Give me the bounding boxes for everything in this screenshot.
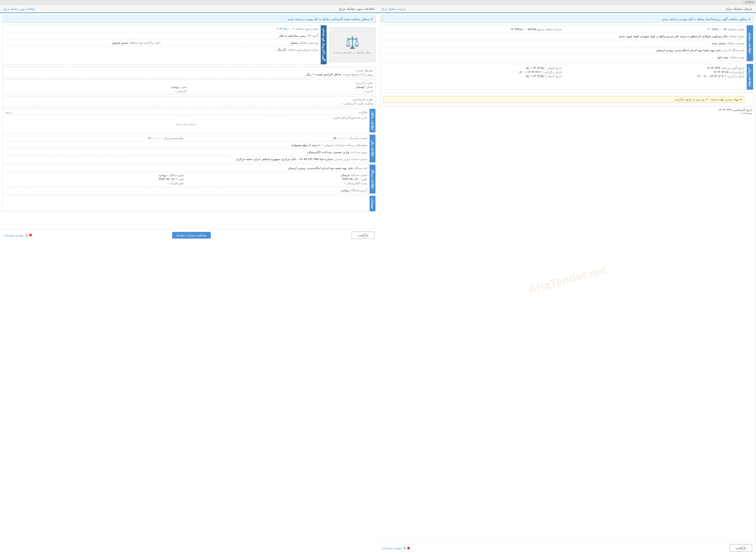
ad-section-sidebar: آگهی الکترونیک قوه قضائیه xyxy=(321,25,326,64)
gavel-icon: ⚖️ xyxy=(345,36,360,50)
dev-name: نام دستگاه: دفتر تهیه شعبه دوم اجرای احک… xyxy=(5,166,367,170)
time-field-publish1: تاریخ انتشار ۱: ۱۴۰۳/۱/۵-۱۵:۰۰ xyxy=(383,66,562,69)
time-field-ad: تاریخ آگهی روزنامه: ۱۴۰۳/۰۳/۲۷ xyxy=(566,66,744,69)
notes-section: توضیحات xyxy=(2,196,376,212)
device-content: نام دستگاه: دفتر تهیه شعبه دوم اجرای احک… xyxy=(3,165,370,193)
ad-field-4: میزان فروش مورد معامله: کل مال xyxy=(5,48,318,51)
transaction-agency: نام دستگاه اجرایی: دفتر تهیه شعبه دوم اج… xyxy=(383,49,744,52)
ad-field-1: گروه کالا: زمین، ساختمان و عقار xyxy=(5,34,318,37)
time-sidebar-label: اطلاعات زمانی xyxy=(747,64,753,90)
owner-name-label: نام و نام خانوادگی/نام تجاری: xyxy=(5,116,367,119)
page-wrapper: ۱۴:۳۷:۵ جزئیات معامله حراج جزئیات معامله… xyxy=(0,0,756,554)
payment-note-section: ● مهلت واریز بهای مزایده ۳۰ روز پس از تا… xyxy=(380,92,753,107)
karshenasi-date-row: تاریخ کارشناسی: ۱۴۰۳/۰۳/۲۹ توضیحات: xyxy=(381,108,752,115)
location-city: شهر: بروجرد xyxy=(5,85,187,89)
right-footer: بازگشت مشاهده جزئیات معامله 📎 پیوست مستن… xyxy=(0,229,378,241)
right-notice-bar: ℹ بمنظور مشاهده نقشه کارشناسی معامله به … xyxy=(2,15,376,23)
device-section: اطلاعات دستگاه نام دستگاه: دفتر تهیه شعب… xyxy=(2,164,376,194)
fin-base-price: قیمت پایه/ریال: ۶۵۰,۰۰۰,۰۰۰ xyxy=(188,136,368,140)
financial-sidebar: اطلاعات مالی xyxy=(370,135,375,162)
location-state: استان: لوستان xyxy=(191,85,373,89)
top-bar: ۱۴:۳۷:۵ xyxy=(742,0,756,4)
right-panel: اطلاعات مورد معامله حراج اطلاعات مورد مع… xyxy=(0,5,378,554)
price-title: پیشنهاد قیمت: xyxy=(5,69,373,72)
transaction-sidebar-label: اطلاعات معامله xyxy=(747,25,753,61)
location-postal: کدپستی: - xyxy=(5,89,187,93)
fin-source: منابع قابل پرداخت مشارکت فروش: ۱۰۰ درصد … xyxy=(5,144,367,147)
time-field-hold2: تاریخ برگزاری ۲: ۱۴۰۳/۰۶/۰۴-۰۸:۰۰ - ۱۲ xyxy=(566,74,744,78)
karshenasi-note: توضیحات: xyxy=(381,111,752,115)
owners-sidebar: اطلاعات مالکان xyxy=(370,109,375,132)
ad-field-0: شماره مورد معامله: ۳۰۳۲۱۷۵۰۰۰۰۷ xyxy=(5,27,318,30)
property-image: ⚖️ پیش نمایش در دسترس نیست xyxy=(329,27,376,62)
dev-state: استان دستگاه: لرستان xyxy=(188,173,368,177)
notes-content xyxy=(3,196,370,211)
owners-content: مالکیت ردیف نام و نام خانوادگی/نام تجاری… xyxy=(3,109,370,132)
notes-sidebar: توضیحات xyxy=(370,196,375,211)
no-preview-text: پیش نمایش در دسترس نیست xyxy=(334,51,370,54)
financial-content: قیمت پایه/ریال: ۶۵۰,۰۰۰,۰۰۰ مبلغ تضمین/ر… xyxy=(3,135,370,162)
time-display: ۱۴:۳۷:۵ xyxy=(745,1,754,4)
view-details-button[interactable]: مشاهده جزئیات معامله xyxy=(172,232,211,238)
bullet-icon: ● xyxy=(740,98,742,101)
transaction-subject: عنوان معامله: ملک مسکونی فوقانیه ای متعل… xyxy=(383,35,744,38)
device-sidebar: اطلاعات دستگاه xyxy=(370,165,375,193)
price-section: پیشنهاد قیمت: روش ارائه پیشنهاد قیمت: حد… xyxy=(2,67,376,78)
financial-section: اطلاعات مالی قیمت پایه/ریال: ۶۵۰,۰۰۰,۰۰۰… xyxy=(2,134,376,163)
ad-info-block: آگهی الکترونیک قوه قضائیه شماره مورد معا… xyxy=(2,25,327,65)
transaction-info-section: اطلاعات معامله شماره معامله: ۳۰۰۳۵۷۵۰۰۰۰… xyxy=(380,25,753,61)
ad-field-3: دلیل برگزاری مورد معامله: صدور فروش xyxy=(5,41,161,44)
karshenasi-date: تاریخ کارشناسی: ۱۴۰۳/۰۳/۲۹ xyxy=(381,108,752,111)
right-back-button[interactable]: بازگشت xyxy=(352,232,375,239)
docs-red-dot xyxy=(407,547,410,549)
right-docs-icon: 📎 xyxy=(25,234,28,237)
ad-section-content: شماره مورد معامله: ۳۰۳۲۱۷۵۰۰۰۰۷ گروه کال… xyxy=(3,25,321,64)
dev-tel2: تلفن ۲: ۰۶۶-۴۲۳۳۰۳۲ xyxy=(5,177,184,181)
karshenasi-title: نظریه کارشناسی: xyxy=(5,98,373,101)
dev-tel1: تلفن ۱: ۰۶۶-۴۲۳۳۰۳۲ xyxy=(188,177,368,181)
left-back-button[interactable]: بازگشت xyxy=(729,544,752,552)
fin-account: شماره حساب واریز تضمین: شماره شبا: ۰۶۶۰۵… xyxy=(5,157,367,161)
karshenasi-field-0: شناسه نظریه کارشناسی: - xyxy=(5,102,373,105)
info-icon: ℹ xyxy=(749,17,750,21)
transaction-status: وضعیت معامله: منتشر شده xyxy=(565,42,745,45)
left-panel: جزئیات معامله حراج جزئیات معامله حراج ℹ … xyxy=(378,5,756,554)
transaction-field-0: شماره معامله: ۳۰۰۳۵۷۵۰۰۰۰۴۵ xyxy=(566,27,744,31)
karshenasi-section: نظریه کارشناسی: شناسه نظریه کارشناسی: - xyxy=(2,96,376,107)
time-info-section: اطلاعات زمانی تاریخ آگهی روزنامه: ۱۴۰۳/۰… xyxy=(380,64,753,90)
payment-note: ● مهلت واریز بهای مزایده ۳۰ روز پس از تا… xyxy=(383,96,744,103)
right-docs-red-dot xyxy=(29,234,32,236)
left-docs-button[interactable]: 📎 پیوست مستندات xyxy=(381,546,410,550)
image-ad-row: ⚖️ پیش نمایش در دسترس نیست آگهی الکترونی… xyxy=(2,25,376,65)
time-field-hold1: تاریخ برگزاری ۱: ۱۴۰۳/۰۴/۱۲ - ۰۸:۰۰ xyxy=(383,70,562,74)
right-docs-button[interactable]: 📎 پیوست مستندات xyxy=(3,234,32,237)
left-notice-text: بمنظور مشاهده آگهی روزنامه/اسناد معامله … xyxy=(662,17,748,21)
location-address: آدرس: - xyxy=(191,89,373,93)
dev-email: پست الکترونیکی: - xyxy=(188,181,368,185)
price-field-0: روش ارائه پیشنهاد قیمت: حداقل افزایش قیم… xyxy=(5,73,373,76)
dev-mobile: تلفن همراه: - xyxy=(5,181,184,185)
docs-icon: 📎 xyxy=(403,546,406,550)
right-panel-header: اطلاعات مورد معامله حراج اطلاعات مورد مع… xyxy=(0,5,378,13)
left-footer: بازگشت 📎 پیوست مستندات xyxy=(378,542,756,554)
time-field-mazayede: تاریخ مزایده: ۱۴۰۳/۰۴/۱۲۸ xyxy=(566,70,744,74)
location-section: محل برگزیری: استان: لوستان شهر: بروجرد آ… xyxy=(2,79,376,94)
owners-section: اطلاعات مالکان مالکیت ردیف نام و نام خان… xyxy=(2,109,376,133)
left-notice-bar: ℹ بمنظور مشاهده آگهی روزنامه/اسناد معامل… xyxy=(380,15,753,23)
ad-field-2: نوع مورد معامله: مشول xyxy=(163,41,318,44)
owner-no-data: داده‌ای یافت نشد xyxy=(5,120,367,128)
right-notice-text: بمنظور مشاهده نقشه کارشناسی معامله به کل… xyxy=(287,17,370,21)
fin-guarantee: مبلغ تضمین/ریال: ۱۳۰,۰۰۰,۰۰۰ xyxy=(5,136,184,140)
left-panel-header: جزئیات معامله حراج جزئیات معامله حراج xyxy=(378,5,756,13)
left-panel-title: جزئیات معامله حراج xyxy=(726,7,752,11)
location-title: محل برگزیری: xyxy=(5,81,373,85)
watermark: AriaTender.net xyxy=(526,263,608,296)
right-info-icon: ℹ xyxy=(371,17,373,21)
right-panel-title: اطلاعات مورد معامله حراج xyxy=(339,7,375,11)
dev-city: شهر دستگاه: بروجرد xyxy=(5,173,184,177)
transaction-turn: نوبت معامله: نوبت اول xyxy=(383,56,744,59)
time-field-publish2: تاریخ انتشار ۲: ۱۴۰۳/۱/۵-۱۵:۰۱ xyxy=(383,74,562,78)
time-sidebar-label2 xyxy=(747,93,753,106)
transaction-field-ref: شماره معامله مرجع: ۱۴۰۳۳۹۱۵۰۰۰۰۸۴۶۸۹۸ xyxy=(383,27,562,31)
dev-address: آدرس دستگاه: بروجرد xyxy=(5,188,367,192)
